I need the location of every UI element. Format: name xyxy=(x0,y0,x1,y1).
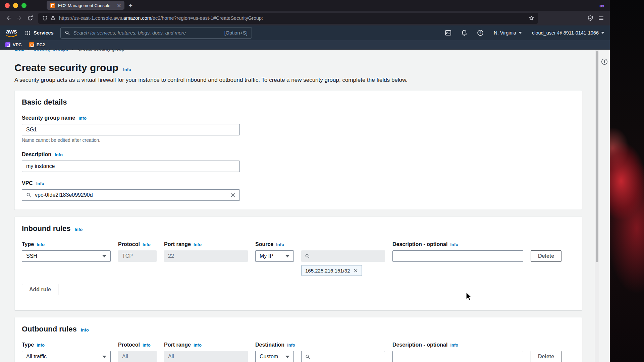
scrollbar-thumb[interactable] xyxy=(596,51,598,262)
description-label: Description xyxy=(22,151,51,158)
type-column-label: Type xyxy=(22,342,34,348)
protocol-info-link[interactable]: Info xyxy=(143,343,151,348)
security-group-name-input[interactable] xyxy=(22,124,240,135)
reload-button[interactable] xyxy=(25,13,36,23)
new-tab-button[interactable]: + xyxy=(128,2,132,9)
description-column-info-link[interactable]: Info xyxy=(450,242,458,247)
tab-ec2-console[interactable]: EC2 Management Console ✕ xyxy=(47,1,124,10)
aws-search-input[interactable]: Search for services, features, blogs, do… xyxy=(60,27,252,39)
outbound-rule-row: All traffic All All Custom Delete xyxy=(22,351,575,362)
region-selector[interactable]: N. Virginia xyxy=(494,30,522,36)
type-column-label: Type xyxy=(22,241,34,248)
outbound-rules-section: Outbound rules Info TypeInfo ProtocolInf… xyxy=(14,317,582,362)
port-range-column-label: Port range xyxy=(164,342,191,348)
inbound-description-input[interactable] xyxy=(392,250,523,262)
favorite-ec2[interactable]: EC2 xyxy=(29,42,45,47)
description-info-link[interactable]: Info xyxy=(55,152,63,157)
source-cidr-token: 165.225.216.151/32 xyxy=(301,265,362,276)
inbound-source-select[interactable]: My IP xyxy=(255,250,294,262)
search-placeholder: Search for services, features, blogs, do… xyxy=(73,30,221,36)
source-column-label: Source xyxy=(255,241,273,248)
svg-text:?: ? xyxy=(479,31,481,35)
name-help-text: Name cannot be edited after creation. xyxy=(22,137,575,143)
port-range-info-link[interactable]: Info xyxy=(194,242,202,247)
search-icon xyxy=(305,254,310,259)
page-title-info-link[interactable]: Info xyxy=(123,67,131,72)
bookmark-star-icon[interactable] xyxy=(529,15,534,21)
notifications-bell-button[interactable] xyxy=(461,29,468,36)
source-token-row: 165.225.216.151/32 xyxy=(301,265,575,276)
address-bar[interactable]: https://us-east-1.console.aws.amazon.com… xyxy=(38,13,538,24)
browser-logo-icon[interactable]: ∞ xyxy=(599,2,604,9)
menu-hamburger-icon[interactable] xyxy=(596,13,606,23)
breadcrumb-ec2[interactable]: EC2 xyxy=(14,50,24,52)
description-column-label: Description - optional xyxy=(392,342,447,348)
clear-vpc-icon[interactable] xyxy=(230,193,235,198)
aws-favicon-icon xyxy=(50,3,55,8)
inbound-rules-title: Inbound rules xyxy=(22,224,70,233)
source-info-link[interactable]: Info xyxy=(276,242,284,247)
description-column-info-link[interactable]: Info xyxy=(450,343,458,348)
vpc-info-link[interactable]: Info xyxy=(36,181,44,186)
help-button[interactable]: ? xyxy=(477,29,484,36)
cloudshell-button[interactable] xyxy=(445,29,451,36)
chevron-down-icon xyxy=(601,32,604,34)
outbound-description-input[interactable] xyxy=(392,351,523,362)
window-close-button[interactable] xyxy=(5,3,10,8)
description-input[interactable] xyxy=(22,161,240,172)
breadcrumb-current: Create security group xyxy=(78,50,124,52)
add-rule-button[interactable]: Add rule xyxy=(22,284,58,295)
outbound-destination-select[interactable]: Custom xyxy=(255,351,294,362)
favorite-vpc[interactable]: VPC xyxy=(5,42,22,47)
destination-column-label: Destination xyxy=(255,342,284,348)
outbound-type-select[interactable]: All traffic xyxy=(22,351,111,362)
protocol-info-link[interactable]: Info xyxy=(143,242,151,247)
basic-details-section: Basic details Security group name Info N… xyxy=(14,90,582,210)
window-zoom-button[interactable] xyxy=(21,3,26,8)
port-range-info-link[interactable]: Info xyxy=(194,343,202,348)
privacy-badge-icon[interactable] xyxy=(585,13,596,23)
page-content: EC2 > Security Groups > Create security … xyxy=(0,50,610,362)
inbound-source-search xyxy=(301,250,385,262)
search-shortcut-hint: [Option+S] xyxy=(224,30,248,36)
outbound-rules-title: Outbound rules xyxy=(22,325,77,334)
type-info-link[interactable]: Info xyxy=(37,242,45,247)
aws-logo[interactable]: aws xyxy=(5,28,17,38)
inbound-rules-section: Inbound rules Info TypeInfo ProtocolInfo… xyxy=(14,217,582,310)
name-info-link[interactable]: Info xyxy=(78,116,87,121)
lock-icon[interactable] xyxy=(50,15,56,21)
main-scroll-area: EC2 > Security Groups > Create security … xyxy=(0,50,595,362)
chevron-down-icon xyxy=(285,356,289,358)
account-menu[interactable]: cloud_user @ 8911-0141-1066 xyxy=(532,30,604,36)
browser-window: EC2 Management Console ✕ + ∞ https://us-… xyxy=(0,0,610,362)
inbound-type-select[interactable]: SSH xyxy=(22,250,111,262)
outbound-delete-button[interactable]: Delete xyxy=(531,351,561,362)
info-panel-icon[interactable] xyxy=(601,58,608,65)
vpc-input[interactable] xyxy=(35,192,227,198)
page-title: Create security group xyxy=(14,61,118,74)
tab-close-icon[interactable]: ✕ xyxy=(117,3,121,8)
tab-bar: EC2 Management Console ✕ + ∞ xyxy=(0,0,610,11)
inbound-delete-button[interactable]: Delete xyxy=(531,250,561,262)
screen: EC2 Management Console ✕ + ∞ https://us-… xyxy=(0,0,644,362)
tab-title: EC2 Management Console xyxy=(58,3,114,8)
window-minimize-button[interactable] xyxy=(13,3,18,8)
outbound-rules-info-link[interactable]: Info xyxy=(81,327,89,333)
type-info-link[interactable]: Info xyxy=(37,343,45,348)
destination-info-link[interactable]: Info xyxy=(287,343,295,348)
outbound-port-range-field: All xyxy=(164,351,248,362)
security-group-name-label: Security group name xyxy=(22,115,75,121)
forward-button[interactable] xyxy=(14,13,25,23)
breadcrumb-security-groups[interactable]: Security Groups xyxy=(34,50,68,52)
vpc-select[interactable] xyxy=(22,189,240,201)
back-button[interactable] xyxy=(3,13,14,23)
vertical-scrollbar[interactable] xyxy=(595,50,599,362)
services-menu-button[interactable]: Services xyxy=(25,30,54,36)
token-remove-icon[interactable] xyxy=(354,268,358,273)
aws-console-header: aws Services Search for services, featur… xyxy=(0,25,610,40)
tracking-shield-icon[interactable] xyxy=(42,15,48,21)
outbound-destination-search[interactable] xyxy=(301,351,385,362)
port-range-column-label: Port range xyxy=(164,241,191,248)
inbound-rules-info-link[interactable]: Info xyxy=(74,227,83,232)
favorites-bar: VPC EC2 xyxy=(0,40,610,50)
